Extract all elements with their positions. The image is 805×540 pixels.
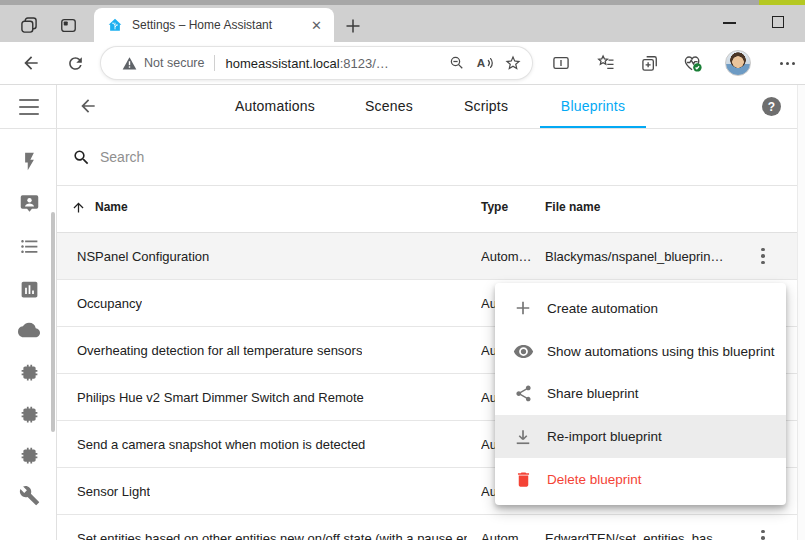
new-tab-button[interactable]: [342, 15, 364, 37]
row-name: Overheating detection for all temperatur…: [77, 327, 362, 373]
row-file: Blackymas/nspanel_blueprin…: [545, 233, 723, 279]
collections-icon[interactable]: [639, 52, 661, 74]
menu-item-delete-blueprint[interactable]: Delete blueprint: [495, 458, 786, 501]
search-input[interactable]: [100, 144, 660, 170]
energy-icon[interactable]: [18, 150, 40, 172]
sort-ascending-icon[interactable]: [70, 199, 86, 215]
tab-scripts[interactable]: Scripts: [464, 98, 508, 116]
refresh-icon[interactable]: [64, 52, 86, 74]
row-type: Autom…: [481, 515, 532, 540]
browser-essentials-icon[interactable]: [681, 51, 705, 75]
split-screen-icon[interactable]: [550, 52, 572, 74]
address-divider: [214, 55, 215, 71]
column-header-type[interactable]: Type: [481, 200, 508, 214]
page-back-icon[interactable]: [78, 96, 98, 116]
row-overflow-menu-icon[interactable]: [757, 245, 769, 267]
column-header-name[interactable]: Name: [95, 200, 128, 214]
row-context-menu: Create automation Show automations using…: [495, 283, 786, 505]
plus-icon: [511, 296, 535, 320]
address-bar[interactable]: Not secure homeassistant.local:8123/… A: [101, 47, 532, 79]
favorites-hub-icon[interactable]: [595, 52, 617, 74]
row-name: Philips Hue v2 Smart Dimmer Switch and R…: [77, 374, 364, 420]
search-divider: [57, 185, 797, 186]
row-file: EdwardTEN/set_entities_bas…: [545, 515, 726, 540]
url-path: :8123/…: [340, 56, 389, 71]
workspaces-icon[interactable]: [18, 14, 40, 36]
svg-text:A: A: [477, 56, 486, 69]
menu-item-share-blueprint[interactable]: Share blueprint: [495, 373, 786, 416]
search-icon: [72, 148, 91, 167]
share-icon: [511, 382, 535, 406]
download-icon: [511, 425, 535, 449]
menu-item-label: Re-import blueprint: [547, 429, 662, 444]
menu-item-label: Share blueprint: [547, 386, 639, 401]
row-name: NSPanel Configuration: [77, 233, 209, 279]
chip-icon[interactable]: [18, 361, 40, 383]
chip-icon[interactable]: [18, 444, 40, 466]
wrench-icon[interactable]: [18, 484, 40, 506]
url-text[interactable]: homeassistant.local:8123/…: [225, 56, 440, 71]
menu-item-show-automations[interactable]: Show automations using this blueprint: [495, 330, 786, 373]
tab-close-icon[interactable]: ✕: [309, 18, 324, 33]
favorite-star-icon[interactable]: [502, 52, 524, 74]
menu-item-label: Show automations using this blueprint: [547, 344, 774, 359]
row-name: Set entities based on other entities new…: [77, 515, 467, 540]
menu-item-label: Delete blueprint: [547, 472, 642, 487]
chip-icon[interactable]: [18, 403, 40, 425]
vertical-tabs-icon[interactable]: [58, 15, 78, 35]
trash-icon: [511, 468, 535, 492]
back-icon[interactable]: [20, 52, 42, 74]
history-icon[interactable]: [18, 278, 40, 300]
menu-item-label: Create automation: [547, 301, 658, 316]
tab-blueprints[interactable]: Blueprints: [561, 98, 625, 116]
app-window: Settings – Home Assistant ✕ Not secure h…: [0, 0, 805, 540]
row-type: Autom…: [481, 233, 532, 279]
row-name: Send a camera snapshot when motion is de…: [77, 421, 365, 467]
list-icon[interactable]: [18, 235, 40, 257]
more-icon[interactable]: [776, 52, 798, 74]
table-row[interactable]: NSPanel Configuration Autom… Blackymas/n…: [57, 233, 797, 280]
menu-icon[interactable]: [19, 99, 39, 115]
not-secure-warning-icon: [121, 55, 137, 71]
eye-icon: [511, 339, 535, 363]
menu-item-create-automation[interactable]: Create automation: [495, 287, 786, 330]
tab-scenes[interactable]: Scenes: [365, 98, 413, 116]
not-secure-label[interactable]: Not secure: [144, 56, 204, 70]
page-scrollbar[interactable]: [797, 85, 805, 540]
tab-title: Settings – Home Assistant: [132, 18, 309, 32]
menu-item-reimport-blueprint[interactable]: Re-import blueprint: [495, 415, 786, 458]
zoom-out-icon[interactable]: [446, 52, 468, 74]
profile-avatar[interactable]: [725, 50, 751, 76]
column-header-file[interactable]: File name: [545, 200, 600, 214]
row-name: Occupancy: [77, 280, 142, 326]
url-host: homeassistant.local: [225, 56, 339, 71]
voice-assistant-icon[interactable]: [18, 192, 40, 214]
tab-automations[interactable]: Automations: [235, 98, 315, 116]
row-overflow-menu-icon[interactable]: [757, 527, 769, 540]
row-name: Sensor Light: [77, 468, 150, 514]
browser-tab[interactable]: Settings – Home Assistant ✕: [94, 8, 334, 42]
read-aloud-icon[interactable]: A: [474, 52, 496, 74]
table-row[interactable]: Set entities based on other entities new…: [57, 515, 797, 540]
sidebar-scrollbar[interactable]: [51, 212, 55, 432]
header-divider: [0, 128, 797, 129]
home-assistant-favicon: [107, 17, 123, 33]
minimize-button[interactable]: [723, 22, 736, 24]
help-icon[interactable]: ?: [762, 97, 781, 116]
cloud-icon[interactable]: [18, 319, 40, 341]
maximize-button[interactable]: [772, 16, 784, 28]
